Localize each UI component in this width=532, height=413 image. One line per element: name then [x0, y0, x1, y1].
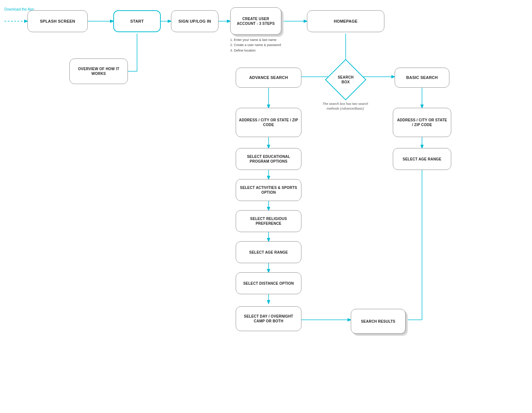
addr-basic-node: ADDRESS / CITY OR STATE / ZIP CODE — [393, 108, 451, 137]
signup-node: SIGN UP/LOG IN — [171, 10, 218, 32]
search-box-node: SEARCH BOX — [325, 59, 366, 100]
select-distance-node: SELECT DISTANCE OPTION — [236, 272, 301, 294]
create-account-node: CREATE USER ACCOUNT - 3 STEPS — [230, 7, 281, 35]
flowchart-diagram: Download the App SPLASH SCREEN START SIG… — [0, 0, 532, 413]
create-steps-list: 1. Enter your name & last name 2. Create… — [230, 37, 285, 53]
overview-node: OVERVIEW OF HOW IT WORKS — [69, 58, 128, 84]
select-activities-node: SELECT ACTIVITIES & SPORTS OPTION — [236, 179, 301, 201]
select-age-basic-node: SELECT AGE RANGE — [393, 148, 451, 170]
select-religious-node: SELECT RELIGIOUS PREFERENCE — [236, 210, 301, 232]
addr-adv-node: ADDRESS / CITY OR STATE / ZIP CODE — [236, 108, 301, 137]
select-day-node: SELECT DAY / OVERNIGHT CAMP OR BOTH — [236, 306, 301, 331]
basic-search-node: BASIC SEARCH — [395, 68, 449, 88]
search-box-note: The search box has two search methods (A… — [318, 102, 373, 111]
homepage-node: HOMEPAGE — [307, 10, 384, 32]
select-edu-node: SELECT EDUCATIONAL PROGRAM OPTIONS — [236, 148, 301, 170]
start-node: START — [113, 10, 161, 32]
search-results-node: SEARCH RESULTS — [351, 309, 406, 334]
advance-search-node: ADVANCE SEARCH — [236, 68, 301, 88]
splash-screen-node: SPLASH SCREEN — [27, 10, 88, 32]
select-age-adv-node: SELECT AGE RANGE — [236, 241, 301, 263]
